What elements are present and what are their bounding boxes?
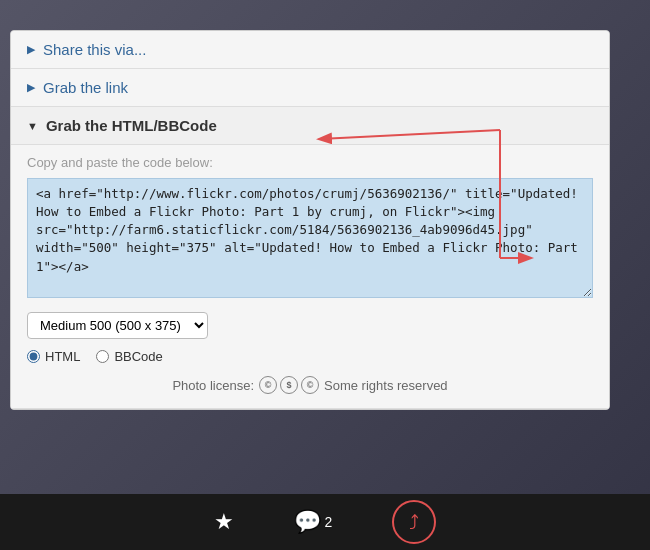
- nd-icon: ©: [301, 376, 319, 394]
- cc-icon: ©: [259, 376, 277, 394]
- html-radio-option[interactable]: HTML: [27, 349, 80, 364]
- embed-code-textarea[interactable]: [27, 178, 593, 298]
- bbcode-label: BBCode: [114, 349, 162, 364]
- format-radio-row: HTML BBCode: [27, 349, 593, 364]
- grab-link-triangle: ▶: [27, 81, 35, 94]
- comment-icon: 💬: [294, 509, 321, 535]
- bbcode-radio-option[interactable]: BBCode: [96, 349, 162, 364]
- grab-html-section: ▼ Grab the HTML/BBCode Copy and paste th…: [11, 107, 609, 409]
- toolbar: ★ 💬 2 ⤴: [0, 494, 650, 550]
- grab-link-section[interactable]: ▶ Grab the link: [11, 69, 609, 107]
- comment-count: 2: [325, 514, 333, 530]
- share-icon: ⤴: [409, 511, 419, 534]
- grab-html-triangle: ▼: [27, 120, 38, 132]
- share-button[interactable]: ⤴: [392, 500, 436, 544]
- star-button[interactable]: ★: [214, 509, 234, 535]
- size-dropdown-row: Small 240 (240 x 180) Small 320 (320 x 2…: [27, 312, 593, 339]
- html-radio[interactable]: [27, 350, 40, 363]
- share-panel: ▶ Share this via... ▶ Grab the link ▼ Gr…: [10, 30, 610, 410]
- copy-hint: Copy and paste the code below:: [27, 155, 593, 170]
- grab-link-label: Grab the link: [43, 79, 128, 96]
- license-text: Some rights reserved: [324, 378, 448, 393]
- share-via-triangle: ▶: [27, 43, 35, 56]
- html-label: HTML: [45, 349, 80, 364]
- grab-html-label: Grab the HTML/BBCode: [46, 117, 217, 134]
- license-prefix: Photo license:: [172, 378, 254, 393]
- comment-button[interactable]: 💬 2: [294, 509, 333, 535]
- share-via-label: Share this via...: [43, 41, 146, 58]
- star-icon: ★: [214, 509, 234, 534]
- size-select[interactable]: Small 240 (240 x 180) Small 320 (320 x 2…: [27, 312, 208, 339]
- nc-icon: $: [280, 376, 298, 394]
- license-icons: © $ ©: [259, 376, 319, 394]
- share-via-section[interactable]: ▶ Share this via...: [11, 31, 609, 69]
- grab-html-header[interactable]: ▼ Grab the HTML/BBCode: [11, 107, 609, 145]
- bbcode-radio[interactable]: [96, 350, 109, 363]
- grab-html-content: Copy and paste the code below: Small 240…: [11, 145, 609, 408]
- license-row: Photo license: © $ © Some rights reserve…: [27, 376, 593, 394]
